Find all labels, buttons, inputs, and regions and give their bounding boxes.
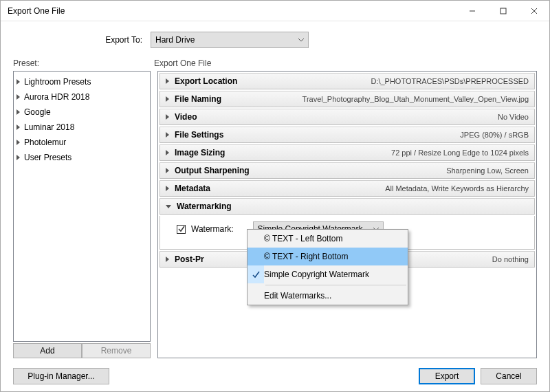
triangle-right-icon bbox=[166, 96, 169, 102]
section-image-sizing[interactable]: Image Sizing 72 ppi / Resize Long Edge t… bbox=[160, 144, 535, 161]
triangle-right-icon bbox=[16, 140, 20, 145]
export-dialog: Export One File Export To: Hard Drive Pr… bbox=[0, 0, 550, 392]
dropdown-item[interactable]: © TEXT - Left Bottom bbox=[248, 230, 408, 248]
preset-item[interactable]: User Presets bbox=[14, 150, 150, 165]
separator bbox=[265, 285, 406, 285]
check-icon bbox=[248, 248, 264, 265]
triangle-right-icon bbox=[166, 114, 169, 120]
dropdown-item-edit[interactable]: Edit Watermarks... bbox=[248, 287, 408, 305]
export-to-value: Hard Drive bbox=[155, 35, 195, 45]
triangle-right-icon bbox=[16, 124, 20, 130]
triangle-right-icon bbox=[166, 257, 169, 262]
preset-label: Preset: bbox=[13, 58, 151, 68]
dropdown-item[interactable]: © TEXT - Right Bottom bbox=[248, 248, 408, 265]
remove-preset-button: Remove bbox=[82, 343, 151, 358]
section-file-settings[interactable]: File Settings JPEG (80%) / sRGB bbox=[160, 127, 535, 143]
add-preset-button[interactable]: Add bbox=[13, 343, 82, 358]
preset-item[interactable]: Aurora HDR 2018 bbox=[14, 89, 150, 105]
triangle-right-icon bbox=[166, 186, 169, 191]
preset-list: Lightroom Presets Aurora HDR 2018 Google… bbox=[13, 71, 151, 342]
dropdown-item[interactable]: Simple Copyright Watermark bbox=[248, 265, 408, 283]
section-video[interactable]: Video No Video bbox=[160, 109, 535, 125]
titlebar: Export One File bbox=[1, 1, 549, 21]
right-heading: Export One File bbox=[151, 58, 537, 68]
triangle-right-icon bbox=[16, 94, 20, 100]
plugin-manager-button[interactable]: Plug-in Manager... bbox=[13, 368, 109, 384]
watermark-checkbox[interactable] bbox=[177, 225, 186, 234]
section-output-sharpening[interactable]: Output Sharpening Sharpening Low, Screen bbox=[160, 162, 535, 179]
export-to-label: Export To: bbox=[13, 35, 151, 45]
preset-item[interactable]: Luminar 2018 bbox=[14, 120, 150, 135]
chevron-down-icon bbox=[298, 35, 304, 45]
triangle-right-icon bbox=[166, 78, 169, 84]
triangle-right-icon bbox=[166, 168, 169, 173]
triangle-right-icon bbox=[16, 155, 20, 160]
section-export-location[interactable]: Export Location D:\_PHOTOTRACES\PSDs\PRE… bbox=[160, 73, 535, 89]
triangle-right-icon bbox=[166, 132, 169, 138]
triangle-down-icon bbox=[166, 205, 171, 208]
maximize-button[interactable] bbox=[487, 1, 518, 21]
watermark-checkbox-label: Watermark: bbox=[191, 224, 234, 234]
watermark-dropdown: © TEXT - Left Bottom © TEXT - Right Bott… bbox=[247, 229, 408, 305]
section-metadata[interactable]: Metadata All Metadata, Write Keywords as… bbox=[160, 180, 535, 197]
svg-rect-1 bbox=[500, 8, 506, 14]
settings-panel: Export Location D:\_PHOTOTRACES\PSDs\PRE… bbox=[157, 71, 537, 358]
triangle-right-icon bbox=[166, 150, 169, 155]
close-button[interactable] bbox=[518, 1, 549, 21]
check-icon bbox=[248, 265, 264, 283]
triangle-right-icon bbox=[16, 79, 20, 85]
preset-item[interactable]: Lightroom Presets bbox=[14, 74, 150, 89]
export-button[interactable]: Export bbox=[419, 368, 475, 384]
check-icon bbox=[248, 230, 264, 248]
export-to-select[interactable]: Hard Drive bbox=[151, 32, 309, 48]
preset-item[interactable]: Photolemur bbox=[14, 135, 150, 150]
section-file-naming[interactable]: File Naming Travel_Photography_Blog_Utah… bbox=[160, 91, 535, 107]
window-title: Export One File bbox=[1, 6, 456, 16]
section-watermarking[interactable]: Watermarking bbox=[160, 198, 535, 215]
triangle-right-icon bbox=[16, 109, 20, 115]
preset-item[interactable]: Google bbox=[14, 105, 150, 120]
cancel-button[interactable]: Cancel bbox=[481, 368, 537, 384]
minimize-button[interactable] bbox=[456, 1, 487, 21]
